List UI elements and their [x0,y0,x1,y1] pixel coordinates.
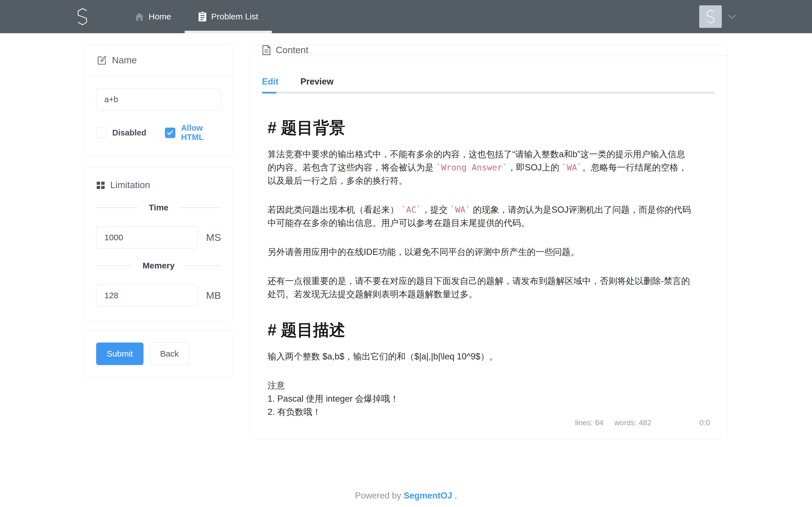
editor-paragraph[interactable]: 还有一点很重要的是，请不要在对应的题目下面发自己的题解，请发布到题解区域中，否则… [267,274,693,301]
time-divider-label: Time [149,203,168,212]
status-cursor: 0:0 [699,418,710,427]
name-panel: Name Disabled Allow HTML [85,45,233,156]
editor-text: 若因此类问题出现本机（看起来） [267,205,401,215]
name-options-row: Disabled Allow HTML [96,123,221,142]
editor-heading[interactable]: # 题目描述 [267,321,693,339]
status-lines: lines: 64 [575,418,604,427]
navbar: Home Problem List [0,0,812,33]
back-button[interactable]: Back [150,342,189,365]
editor-heading[interactable]: # 题目背景 [267,119,693,136]
markdown-editor[interactable]: # 题目背景算法竞赛中要求的输出格式中，不能有多余的内容，这也包括了“请输入整数… [262,94,715,418]
editor-line: 1. Pascal 使用 integer 会爆掉哦！ [267,392,693,405]
content-panel-title: Content [276,45,308,55]
inline-code: `Wrong Answer` [436,163,507,172]
tab-preview[interactable]: Preview [301,76,334,92]
editor-text: 还有一点很重要的是，请不要在对应的题目下面发自己的题解，请发布到题解区域中，否则… [267,276,690,299]
editor-text: ，提交 [421,205,450,215]
time-unit-label: MS [206,232,221,243]
left-column: Name Disabled Allow HTML [85,45,233,377]
editor-statusbar: lines: 64 words: 482 0:0 [262,418,715,427]
content-panel-header: Content [250,45,727,56]
limitation-panel: Limitation Time MS Memery MB [85,167,233,321]
tab-active-indicator [262,92,276,94]
main-content: Name Disabled Allow HTML [0,33,812,439]
limitation-panel-title-row: Limitation [96,180,221,190]
document-icon [262,45,271,55]
name-input[interactable] [96,89,221,110]
content-panel-body: Edit Preview # 题目背景算法竞赛中要求的输出格式中，不能有多余的内… [250,56,727,440]
nav-item-label: Home [149,12,171,21]
avatar[interactable] [699,5,722,28]
segmentoj-logo-icon[interactable] [77,6,88,27]
status-words: words: 482 [614,418,651,427]
editor-paragraph[interactable]: 算法竞赛中要求的输出格式中，不能有多余的内容，这也包括了“请输入整数a和b”这一… [267,148,693,187]
time-divider: Time [96,203,221,212]
memory-limit-row: MB [96,284,221,306]
editor-tabs: Edit Preview [262,76,715,92]
edit-icon [97,55,107,65]
clipboard-icon [198,11,207,22]
editor-text: ，即SOJ上的 [507,163,562,172]
right-column: Content Edit Preview # 题目背景算法竞赛中要求的输出格式中… [250,45,727,439]
nav-item-home[interactable]: Home [121,0,185,33]
grid-icon [96,180,105,189]
limitation-panel-title: Limitation [110,180,150,190]
inline-code: `AC` [401,205,421,215]
chevron-down-icon[interactable] [728,14,737,19]
editor-paragraph[interactable]: 另外请善用应用中的在线IDE功能，以避免不同平台的评测中所产生的一些问题。 [267,245,693,259]
footer-suffix: . [455,491,457,501]
time-limit-input[interactable] [96,226,198,248]
tab-underline-track [262,92,715,94]
memory-divider: Memery [96,261,221,270]
submit-button[interactable]: Submit [96,342,144,365]
content-panel: Content Edit Preview # 题目背景算法竞赛中要求的输出格式中… [250,45,727,439]
time-limit-row: MS [96,226,221,248]
editor-line: 注意 [267,379,693,392]
inline-code: `WA` [562,163,582,172]
footer-powered-by: Powered by [355,491,401,501]
nav-item-problem-list[interactable]: Problem List [185,0,272,33]
action-panel: Submit Back [85,330,233,377]
home-icon [135,12,144,21]
nav-menu: Home Problem List [121,0,272,33]
inline-code: `WA` [450,205,470,215]
editor-paragraph[interactable]: 若因此类问题出现本机（看起来） `AC`，提交 `WA` 的现象，请勿认为是SO… [267,203,693,230]
memory-divider-label: Memery [143,261,174,270]
editor-text: 另外请善用应用中的在线IDE功能，以避免不同平台的评测中所产生的一些问题。 [267,247,579,257]
disabled-checkbox-label[interactable]: Disabled [112,128,146,137]
editor-line-group[interactable]: 注意1. Pascal 使用 integer 会爆掉哦！2. 有负数哦！ [267,379,693,418]
allow-html-checkbox[interactable] [165,128,175,138]
nav-item-label: Problem List [211,12,258,21]
footer: Powered by SegmentOJ . [0,491,812,501]
user-menu [699,5,737,28]
memory-limit-input[interactable] [96,284,198,306]
disabled-checkbox[interactable] [96,128,107,138]
allow-html-checkbox-label[interactable]: Allow HTML [181,123,221,142]
footer-brand-link[interactable]: SegmentOJ [403,491,452,501]
editor-text: 输入两个整数 $a,b$，输出它们的和（$|a|,|b|\leq 10^9$）。 [267,351,498,361]
editor-paragraph[interactable]: 输入两个整数 $a,b$，输出它们的和（$|a|,|b|\leq 10^9$）。 [267,350,693,363]
name-panel-body: Disabled Allow HTML [85,76,232,156]
editor-line: 2. 有负数哦！ [267,405,693,418]
memory-unit-label: MB [206,290,221,301]
tab-edit[interactable]: Edit [262,76,278,92]
name-panel-title: Name [112,55,137,66]
name-panel-header: Name [85,45,232,76]
